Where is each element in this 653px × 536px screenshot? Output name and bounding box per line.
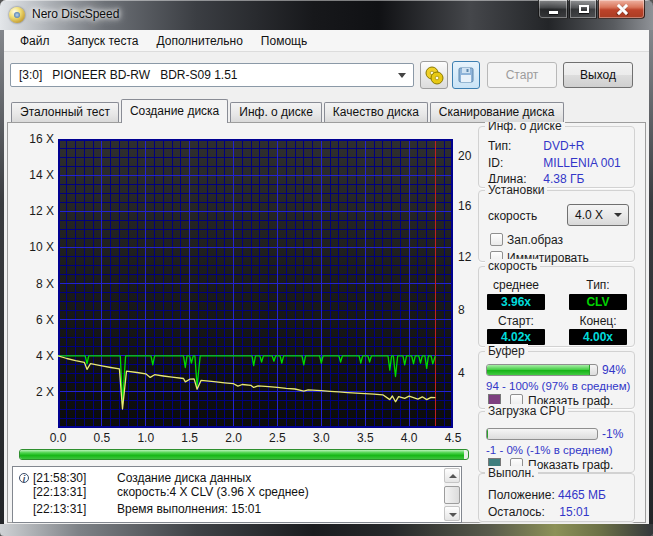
groupbox-title: скорость	[485, 259, 540, 273]
menu-file[interactable]: Файл	[11, 31, 59, 51]
x-axis-tick: 0.0	[41, 432, 75, 445]
maximize-button[interactable]	[569, 0, 597, 19]
groupbox-title: Буфер	[485, 344, 528, 358]
x-axis-tick: 2.0	[217, 432, 251, 445]
write-image-checkbox[interactable]	[490, 233, 503, 246]
groupbox-title: Выполн.	[485, 466, 538, 480]
end-speed-label: Конец:	[569, 314, 627, 328]
end-speed-lcd: 4.00x	[569, 329, 627, 345]
x-axis-tick: 3.0	[304, 432, 338, 445]
speed-select-value: 4.0 X	[568, 208, 614, 222]
y-axis-tick: 8 X	[14, 277, 54, 291]
log-text: скорость:4 X CLV (3.96 X среднее)	[103, 484, 309, 501]
start-speed-lcd: 4.02x	[487, 329, 545, 345]
groupbox-buffer: Буфер 94% 94 - 100% (97% в среднем) Пока…	[478, 351, 635, 409]
right-axis-tick: 12	[458, 250, 480, 264]
scrollbar-thumb[interactable]	[444, 486, 460, 504]
speed-setting-label: скорость	[488, 209, 537, 223]
disc-id-label: ID:	[488, 156, 540, 170]
tab-disc-info[interactable]: Инф. о диске	[230, 102, 322, 122]
exit-button[interactable]: Выход	[563, 62, 633, 88]
type-lcd: CLV	[569, 294, 627, 310]
tab-scan-disc[interactable]: Сканирование диска	[430, 102, 564, 122]
cpu-percent: -1%	[602, 427, 623, 441]
menu-bar: Файл Запуск теста Дополнительно Помощь	[4, 30, 649, 52]
right-axis-tick: 16	[458, 199, 480, 213]
minimize-button[interactable]	[538, 0, 568, 19]
remaining-label: Осталось:	[488, 505, 556, 519]
tab-create-disc[interactable]: Создание диска	[121, 99, 228, 123]
info-icon: i	[18, 470, 33, 484]
titlebar[interactable]: Nero DiscSpeed	[0, 0, 653, 30]
x-axis-tick: 2.5	[260, 432, 294, 445]
chevron-down-icon	[614, 213, 622, 217]
disc-type-label: Тип:	[488, 139, 540, 153]
app-icon	[9, 7, 25, 23]
y-axis-tick: 2 X	[14, 385, 54, 399]
scroll-up-icon[interactable]	[444, 468, 460, 483]
y-axis-tick: 12 X	[14, 204, 54, 218]
y-axis-tick: 4 X	[14, 349, 54, 363]
save-button[interactable]	[452, 61, 480, 89]
groupbox-title: Установки	[485, 183, 547, 197]
groupbox-done: Выполн. Положение: 4465 МБ Осталось: 15:…	[478, 473, 635, 522]
remaining-row: Осталось: 15:01	[488, 505, 589, 519]
right-axis-tick: 8	[458, 303, 480, 317]
buffer-progress-bar	[486, 364, 598, 376]
menu-extra[interactable]: Дополнительно	[147, 31, 251, 51]
tab-benchmark[interactable]: Эталонный тест	[11, 102, 119, 122]
cpu-range-text: -1 - 0% (-1% в среднем)	[486, 444, 613, 456]
drive-selector[interactable]: [3:0] PIONEER BD-RW BDR-S09 1.51	[10, 63, 414, 87]
speed-chart	[58, 139, 453, 428]
menu-help[interactable]: Помощь	[252, 31, 316, 51]
start-speed-label: Старт:	[487, 314, 545, 328]
discs-icon	[424, 65, 444, 85]
chevron-down-icon	[398, 73, 406, 78]
log-icon-spacer	[18, 501, 33, 518]
log-time: [22:13:31]	[33, 501, 103, 518]
close-button[interactable]	[598, 0, 645, 19]
remaining-value: 15:01	[559, 505, 589, 519]
log-time: [21:58:30]	[33, 470, 103, 484]
log-panel: i [21:58:30] Создание диска данных [22:1…	[12, 466, 462, 523]
speed-select[interactable]: 4.0 X	[567, 204, 629, 226]
y-axis-tick: 10 X	[14, 240, 54, 254]
right-axis-tick: 4	[458, 366, 480, 380]
scroll-down-icon[interactable]	[444, 506, 460, 521]
groupbox-disc-info: Инф. о диске Тип: DVD+R ID: MILLENIA 001…	[478, 126, 635, 188]
disc-options-button[interactable]	[420, 61, 448, 89]
maximize-icon	[579, 5, 589, 13]
app-window: Nero DiscSpeed Файл Запуск теста Дополни…	[0, 0, 653, 536]
menu-run-test[interactable]: Запуск теста	[59, 31, 148, 51]
window-border-right	[649, 30, 653, 524]
log-time: [22:13:31]	[33, 484, 103, 501]
log-scrollbar[interactable]	[444, 468, 460, 521]
log-row: [22:13:31] Время выполнения: 15:01	[13, 501, 461, 518]
minimize-icon	[549, 11, 558, 14]
right-axis-tick: 20	[458, 149, 480, 163]
tab-bar: Эталонный тест Создание диска Инф. о дис…	[7, 96, 566, 122]
log-text: Время выполнения: 15:01	[103, 501, 261, 518]
log-text: Создание диска данных	[103, 470, 251, 484]
position-value: 4465 МБ	[558, 488, 606, 502]
tab-disc-quality[interactable]: Качество диска	[324, 102, 428, 122]
avg-speed-lcd: 3.96x	[487, 294, 545, 310]
drive-selector-value: [3:0] PIONEER BD-RW BDR-S09 1.51	[11, 68, 398, 82]
floppy-save-icon	[457, 66, 475, 84]
type-label: Тип:	[569, 278, 627, 292]
x-axis-tick: 0.5	[85, 432, 119, 445]
log-icon-spacer	[18, 484, 33, 501]
disc-id-value: MILLENIA 001	[543, 156, 620, 170]
start-button[interactable]: Старт	[487, 62, 557, 88]
groupbox-settings: Установки скорость 4.0 X Зап.образ Иммит…	[478, 190, 635, 262]
close-icon	[616, 4, 628, 15]
groupbox-speed: скорость среднее Тип: 3.96x CLV Старт: К…	[478, 266, 635, 347]
disc-type-value: DVD+R	[543, 139, 584, 153]
cpu-progress-bar	[486, 428, 598, 440]
buffer-percent: 94%	[602, 363, 626, 377]
window-controls	[538, 0, 645, 19]
window-border-bottom	[0, 524, 653, 536]
position-label: Положение:	[488, 488, 555, 502]
log-row: i [21:58:30] Создание диска данных	[13, 467, 461, 484]
toolbar: [3:0] PIONEER BD-RW BDR-S09 1.51	[4, 53, 649, 96]
